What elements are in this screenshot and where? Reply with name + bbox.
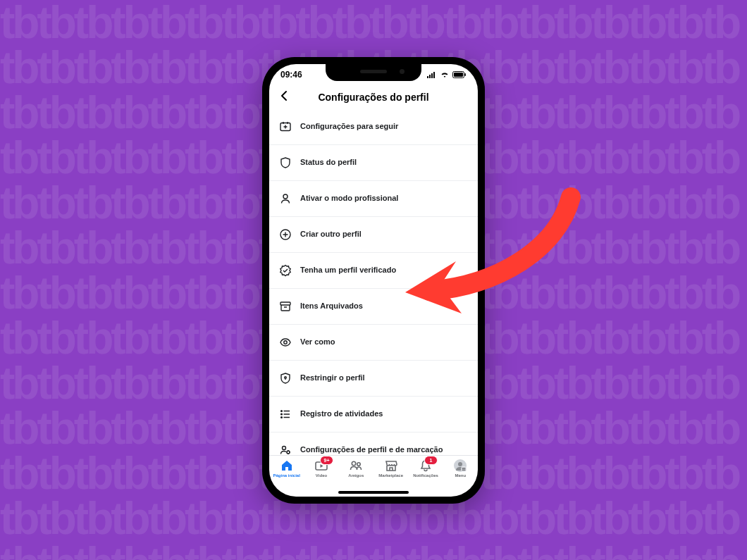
tab-video[interactable]: 9+ Vídeo (304, 459, 338, 478)
shield-lock-icon (279, 372, 292, 385)
archive-icon (279, 300, 292, 313)
item-label: Tenha um perfil verificado (300, 266, 396, 275)
tab-marketplace[interactable]: Marketplace (374, 459, 408, 478)
phone-screen: 09:46 (269, 64, 478, 497)
page-title: Configurações do perfil (318, 92, 428, 103)
back-button[interactable] (275, 87, 295, 107)
svg-point-15 (281, 416, 283, 418)
item-label: Ativar o modo profissional (300, 194, 398, 204)
verified-icon (279, 264, 292, 277)
battery-icon (452, 71, 467, 78)
plus-circle-icon (279, 228, 292, 241)
chevron-left-icon (279, 90, 290, 104)
status-right (427, 71, 467, 78)
item-label: Registro de atividades (300, 409, 383, 419)
item-label: Configurações para seguir (300, 122, 398, 132)
status-time: 09:46 (280, 70, 302, 80)
item-label: Ver como (300, 337, 335, 347)
item-label: Itens Arquivados (300, 301, 363, 311)
phone-notch (326, 64, 421, 81)
item-archived[interactable]: Itens Arquivados (269, 289, 478, 325)
badge: 9+ (320, 456, 333, 465)
svg-rect-10 (280, 302, 290, 305)
item-create-profile[interactable]: Criar outro perfil (269, 217, 478, 253)
person-icon (279, 192, 292, 205)
tab-label: Notificações (413, 473, 438, 478)
home-indicator[interactable] (338, 491, 409, 494)
svg-point-25 (458, 462, 462, 466)
stage: tbtbtbtbtbtbtbtbtbtbtbtbtbtbtbtbtbtbtbtb… (0, 0, 747, 560)
tab-label: Vídeo (316, 473, 327, 478)
item-professional-mode[interactable]: Ativar o modo profissional (269, 181, 478, 217)
shield-icon (279, 156, 292, 169)
svg-point-14 (281, 413, 283, 415)
wifi-icon (440, 71, 450, 78)
eye-icon (279, 336, 292, 349)
svg-point-16 (283, 446, 286, 449)
tab-menu[interactable]: Menu (443, 459, 478, 478)
tab-friends[interactable]: Amigos (339, 459, 374, 478)
tab-home[interactable]: Página inicial (269, 459, 304, 478)
svg-rect-6 (465, 73, 467, 76)
market-icon (383, 459, 399, 473)
svg-point-11 (284, 340, 287, 343)
svg-rect-2 (431, 73, 433, 78)
home-icon (279, 459, 295, 473)
item-profile-tagging[interactable]: Configurações de perfil e de marcação (269, 433, 478, 455)
item-label: Configurações de perfil e de marcação (300, 445, 443, 455)
item-activity-log[interactable]: Registro de atividades (269, 397, 478, 433)
tab-label: Amigos (348, 473, 364, 478)
menu-avatar-icon (452, 459, 468, 473)
item-restrict-profile[interactable]: Restringir o perfil (269, 361, 478, 397)
item-label: Restringir o perfil (300, 373, 365, 383)
settings-list[interactable]: Configurações para seguir Status do perf… (269, 109, 478, 455)
follow-icon (279, 120, 292, 133)
friends-icon (348, 459, 364, 473)
svg-rect-1 (429, 75, 431, 78)
svg-point-23 (357, 462, 360, 465)
signal-icon (427, 71, 437, 78)
svg-point-13 (281, 410, 283, 411)
item-view-as[interactable]: Ver como (269, 325, 478, 361)
list-icon (279, 408, 292, 421)
header: Configurações do perfil (269, 85, 478, 109)
badge: 1 (424, 456, 438, 465)
item-follow-settings[interactable]: Configurações para seguir (269, 109, 478, 145)
tab-notifications[interactable]: 1 Notificações (408, 459, 443, 478)
bell-icon: 1 (418, 459, 433, 473)
tab-label: Marketplace (378, 473, 403, 478)
svg-point-12 (285, 376, 287, 378)
svg-rect-5 (454, 73, 463, 77)
svg-rect-0 (427, 76, 428, 78)
phone-frame: 09:46 (262, 57, 485, 504)
pattern-row: tbtbtbtbtbtbtbtbtbtbtbtbtbtbtbtbtbtbtbtb (0, 0, 747, 45)
pattern-row: tbtbtbtbtbtbtbtbtbtbtbtbtbtbtbtbtbtbtbtb (0, 541, 747, 560)
gear-person-icon (279, 444, 292, 455)
item-verified-profile[interactable]: Tenha um perfil verificado (269, 253, 478, 289)
item-label: Status do perfil (300, 158, 357, 168)
svg-rect-3 (433, 72, 435, 78)
svg-point-8 (283, 194, 288, 199)
item-profile-status[interactable]: Status do perfil (269, 145, 478, 181)
tab-label: Menu (455, 473, 466, 478)
svg-point-22 (352, 461, 356, 465)
item-label: Criar outro perfil (300, 230, 362, 239)
video-icon: 9+ (314, 459, 329, 473)
tab-label: Página inicial (273, 473, 300, 478)
